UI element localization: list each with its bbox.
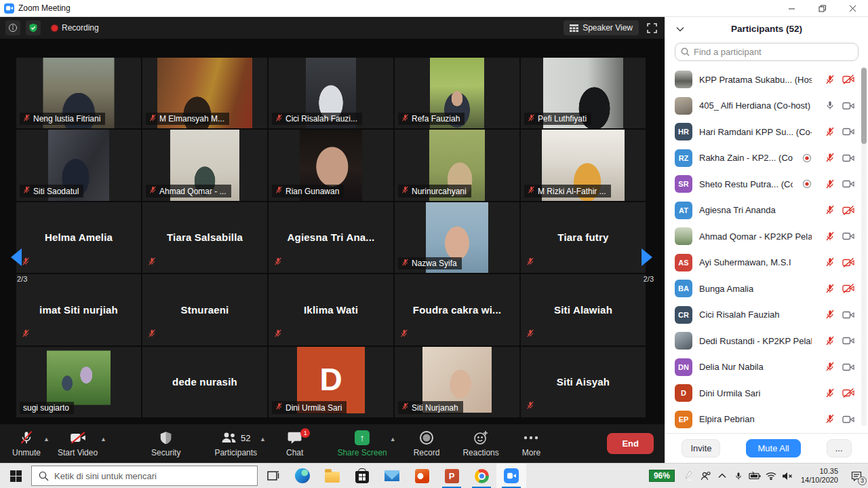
participant-search-input[interactable] <box>694 47 852 57</box>
video-tile[interactable]: M Rizki Al-Fathir ... <box>521 130 646 200</box>
recording-indicator: Recording <box>52 23 99 33</box>
taskbar-search-box[interactable] <box>31 466 258 486</box>
participant-avatar <box>675 332 692 350</box>
video-tile[interactable]: Pefi Luthfiyati <box>521 58 646 128</box>
edge-icon[interactable] <box>288 464 317 488</box>
participant-row[interactable]: DNDelia Nur Nabila <box>665 354 868 381</box>
more-button[interactable]: More <box>514 424 549 463</box>
video-tile[interactable]: Tiara Salsabilla <box>142 202 267 273</box>
previous-page-button[interactable] <box>5 242 26 272</box>
pen-icon[interactable] <box>682 464 698 488</box>
panel-scrollbar-thumb[interactable] <box>861 68 867 144</box>
invite-button[interactable]: Invite <box>682 439 720 457</box>
video-tile[interactable]: Siti Saodatul <box>16 130 141 200</box>
participant-row[interactable]: ASAyi Suhermawan, M.S.I <box>665 250 868 276</box>
video-tile[interactable]: DDini Urmila Sari <box>269 347 393 417</box>
close-button[interactable] <box>837 0 868 17</box>
participant-row[interactable]: EPElpira Pebrian <box>665 407 868 433</box>
chat-badge: 1 <box>300 428 310 438</box>
participant-row[interactable]: RZRakha Zain - KP2... (Co-host) <box>665 145 868 172</box>
video-tile[interactable]: Nurinurcahyani <box>395 130 519 200</box>
notification-center-icon[interactable]: 3 <box>845 464 868 488</box>
battery-percentage-badge[interactable]: 96% <box>649 470 675 482</box>
video-tile[interactable]: Tiara futry <box>521 202 646 273</box>
speaker-view-button[interactable]: Speaker View <box>564 20 639 35</box>
speaker-muted-icon[interactable] <box>779 464 795 488</box>
participant-row[interactable]: BABunga Amalia <box>665 276 868 302</box>
tray-microphone-icon[interactable] <box>730 464 747 488</box>
taskbar-clock[interactable]: 10.35 14/10/2020 <box>801 467 838 485</box>
file-explorer-icon[interactable] <box>317 464 347 488</box>
video-tile[interactable]: Nazwa Syifa <box>395 202 519 273</box>
video-tile[interactable]: Helma Amelia <box>16 202 141 273</box>
panel-more-button[interactable]: ... <box>827 439 852 457</box>
mute-all-button[interactable]: Mute All <box>746 439 800 457</box>
camera-on-icon <box>842 415 854 424</box>
share-screen-button[interactable]: ↑ Share Screen <box>329 424 395 463</box>
camera-off-icon <box>842 284 854 293</box>
video-tile[interactable]: M Elmansyah M... <box>142 58 267 128</box>
reactions-button[interactable]: Reactions <box>454 424 507 463</box>
encryption-shield-icon[interactable] <box>26 20 41 35</box>
participant-row[interactable]: CRCici Risalah Fauziah <box>665 302 868 329</box>
start-button[interactable] <box>0 464 31 488</box>
start-video-button[interactable]: Start Video <box>50 424 106 463</box>
participant-row[interactable]: DDini Urmila Sari <box>665 380 868 407</box>
taskbar-search-input[interactable] <box>54 471 250 481</box>
video-tile[interactable]: Neng lustia Fitriani <box>16 58 141 128</box>
fullscreen-button[interactable] <box>644 20 659 35</box>
panel-scrollbar[interactable] <box>861 67 867 426</box>
camera-off-icon <box>842 388 854 398</box>
wifi-icon[interactable] <box>763 464 779 488</box>
page-indicator-right: 2/3 <box>644 275 654 283</box>
participant-row[interactable]: Ahmad Qomar - KP2KP Pelabuh... <box>665 223 868 250</box>
video-tile[interactable]: Foudra cakra wi... <box>395 274 519 345</box>
video-tile[interactable]: dede nurasih <box>142 347 267 417</box>
unmute-button[interactable]: Unmute <box>4 424 49 463</box>
next-page-button[interactable] <box>637 242 658 272</box>
end-meeting-button[interactable]: End <box>607 433 654 454</box>
chat-button[interactable]: 1 Chat <box>278 424 311 463</box>
video-tile[interactable]: Refa Fauziah <box>395 58 519 128</box>
tray-expand-chevron-icon[interactable] <box>714 464 730 488</box>
security-button[interactable]: Security <box>143 424 189 463</box>
participant-row[interactable]: 405_ Alfi Herdiana (Co-host) <box>665 93 868 119</box>
office-icon[interactable] <box>407 464 437 488</box>
video-tile[interactable]: Rian Gunawan <box>269 130 393 200</box>
mic-muted-icon <box>526 329 534 341</box>
participant-name: Stnuraeni <box>142 274 267 345</box>
video-tile[interactable]: Siti Nurjanah <box>395 347 519 417</box>
participant-row[interactable]: HRHari Ramdani KPP Su... (Co-host) <box>665 119 868 145</box>
participants-button[interactable]: 52 Participants <box>206 424 265 463</box>
mic-muted-icon <box>825 414 835 424</box>
video-tile[interactable]: Ahmad Qomar - ... <box>142 130 267 200</box>
zoom-taskbar-icon[interactable] <box>496 464 526 488</box>
participant-photo <box>47 350 111 405</box>
task-view-icon[interactable] <box>258 464 288 488</box>
participant-search-box[interactable] <box>675 43 859 61</box>
video-tile[interactable]: Agiesna Tri Ana... <box>269 202 393 273</box>
meeting-info-button[interactable] <box>5 20 20 35</box>
microsoft-store-icon[interactable] <box>347 464 377 488</box>
minimize-button[interactable] <box>776 0 807 17</box>
video-tile[interactable]: Siti Alawiah <box>521 274 646 345</box>
powerpoint-icon[interactable]: P <box>437 464 467 488</box>
video-tile[interactable]: Cici Risalah Fauzi... <box>269 58 393 128</box>
participant-row[interactable]: KPP Pratama Sukabu... (Host, me) <box>665 67 868 93</box>
participant-row[interactable]: ATAgiesna Tri Ananda <box>665 198 868 224</box>
video-tile[interactable]: sugi sugiarto <box>16 347 141 417</box>
video-tile[interactable]: imat Siti nurjiah <box>16 274 141 345</box>
record-button[interactable]: Record <box>406 424 448 463</box>
mail-icon[interactable] <box>377 464 407 488</box>
video-tile[interactable]: Stnuraeni <box>142 274 267 345</box>
video-tile[interactable]: Siti Aisyah <box>521 347 646 417</box>
chrome-icon[interactable] <box>467 464 496 488</box>
restore-button[interactable] <box>807 0 837 17</box>
clock-time: 10.35 <box>801 467 838 476</box>
participant-row[interactable]: Dedi Rustandi - KP2KP Pelabuh... <box>665 328 868 354</box>
people-icon[interactable] <box>698 464 714 488</box>
tray-battery-icon[interactable] <box>747 464 763 488</box>
participant-row[interactable]: SRSheto Restu Putra... (Co-host) <box>665 171 868 198</box>
video-tile[interactable]: Iklima Wati <box>269 274 393 345</box>
panel-collapse-chevron-icon[interactable] <box>676 22 684 35</box>
